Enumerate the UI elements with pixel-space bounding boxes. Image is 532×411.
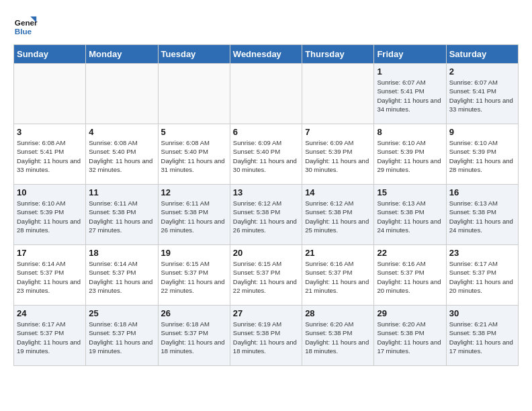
day-number: 28	[305, 308, 371, 318]
day-number: 6	[233, 127, 299, 137]
day-info: Sunrise: 6:17 AM Sunset: 5:37 PM Dayligh…	[17, 320, 83, 355]
calendar-cell: 6Sunrise: 6:09 AM Sunset: 5:40 PM Daylig…	[230, 124, 302, 185]
calendar-cell: 22Sunrise: 6:16 AM Sunset: 5:37 PM Dayli…	[374, 245, 446, 306]
calendar-cell	[158, 64, 230, 124]
day-info: Sunrise: 6:20 AM Sunset: 5:38 PM Dayligh…	[305, 320, 371, 355]
day-number: 20	[233, 248, 299, 258]
day-info: Sunrise: 6:14 AM Sunset: 5:37 PM Dayligh…	[89, 259, 154, 295]
day-number: 5	[161, 127, 227, 137]
calendar-cell: 9Sunrise: 6:10 AM Sunset: 5:39 PM Daylig…	[446, 124, 518, 185]
calendar-cell: 1Sunrise: 6:07 AM Sunset: 5:41 PM Daylig…	[374, 64, 446, 124]
day-number: 1	[377, 66, 443, 77]
day-number: 3	[17, 127, 83, 137]
day-info: Sunrise: 6:07 AM Sunset: 5:41 PM Dayligh…	[377, 78, 443, 113]
day-info: Sunrise: 6:14 AM Sunset: 5:37 PM Dayligh…	[17, 259, 83, 295]
day-number: 15	[377, 187, 443, 197]
day-number: 12	[161, 187, 227, 197]
day-info: Sunrise: 6:11 AM Sunset: 5:38 PM Dayligh…	[161, 199, 227, 234]
calendar-cell	[86, 64, 158, 124]
day-header-saturday: Saturday	[446, 45, 518, 64]
day-header-sunday: Sunday	[14, 45, 86, 64]
day-number: 2	[449, 66, 515, 77]
day-number: 8	[377, 127, 443, 137]
calendar-cell: 7Sunrise: 6:09 AM Sunset: 5:39 PM Daylig…	[302, 124, 374, 185]
calendar-cell: 5Sunrise: 6:08 AM Sunset: 5:40 PM Daylig…	[158, 124, 230, 185]
day-info: Sunrise: 6:16 AM Sunset: 5:37 PM Dayligh…	[305, 259, 371, 295]
calendar-cell: 13Sunrise: 6:12 AM Sunset: 5:38 PM Dayli…	[230, 185, 302, 245]
calendar-cell: 18Sunrise: 6:14 AM Sunset: 5:37 PM Dayli…	[86, 245, 158, 306]
day-info: Sunrise: 6:07 AM Sunset: 5:41 PM Dayligh…	[449, 78, 515, 113]
day-info: Sunrise: 6:10 AM Sunset: 5:39 PM Dayligh…	[377, 138, 443, 174]
day-info: Sunrise: 6:09 AM Sunset: 5:39 PM Dayligh…	[305, 138, 371, 174]
calendar-week-row: 1Sunrise: 6:07 AM Sunset: 5:41 PM Daylig…	[14, 64, 519, 124]
calendar-cell: 11Sunrise: 6:11 AM Sunset: 5:38 PM Dayli…	[86, 185, 158, 245]
day-number: 14	[305, 187, 371, 197]
calendar-cell: 29Sunrise: 6:20 AM Sunset: 5:38 PM Dayli…	[374, 306, 446, 366]
calendar-cell: 12Sunrise: 6:11 AM Sunset: 5:38 PM Dayli…	[158, 185, 230, 245]
day-info: Sunrise: 6:09 AM Sunset: 5:40 PM Dayligh…	[233, 138, 299, 174]
day-number: 13	[233, 187, 299, 197]
day-number: 29	[377, 308, 443, 318]
calendar: SundayMondayTuesdayWednesdayThursdayFrid…	[13, 44, 519, 366]
day-info: Sunrise: 6:18 AM Sunset: 5:37 PM Dayligh…	[161, 320, 227, 355]
day-info: Sunrise: 6:10 AM Sunset: 5:39 PM Dayligh…	[449, 138, 515, 174]
day-info: Sunrise: 6:15 AM Sunset: 5:37 PM Dayligh…	[233, 259, 299, 295]
calendar-cell: 20Sunrise: 6:15 AM Sunset: 5:37 PM Dayli…	[230, 245, 302, 306]
day-info: Sunrise: 6:08 AM Sunset: 5:40 PM Dayligh…	[161, 138, 227, 174]
day-number: 26	[161, 308, 227, 318]
calendar-cell: 25Sunrise: 6:18 AM Sunset: 5:37 PM Dayli…	[86, 306, 158, 366]
day-info: Sunrise: 6:08 AM Sunset: 5:40 PM Dayligh…	[89, 138, 154, 174]
calendar-week-row: 3Sunrise: 6:08 AM Sunset: 5:41 PM Daylig…	[14, 124, 519, 185]
calendar-cell	[14, 64, 86, 124]
day-number: 23	[449, 248, 515, 258]
day-info: Sunrise: 6:21 AM Sunset: 5:38 PM Dayligh…	[449, 320, 515, 355]
calendar-cell: 24Sunrise: 6:17 AM Sunset: 5:37 PM Dayli…	[14, 306, 86, 366]
day-number: 27	[233, 308, 299, 318]
calendar-week-row: 24Sunrise: 6:17 AM Sunset: 5:37 PM Dayli…	[14, 306, 519, 366]
day-number: 25	[89, 308, 154, 318]
day-number: 24	[17, 308, 83, 318]
calendar-cell	[302, 64, 374, 124]
day-number: 17	[17, 248, 83, 258]
calendar-cell: 23Sunrise: 6:17 AM Sunset: 5:37 PM Dayli…	[446, 245, 518, 306]
day-info: Sunrise: 6:15 AM Sunset: 5:37 PM Dayligh…	[161, 259, 227, 295]
day-info: Sunrise: 6:12 AM Sunset: 5:38 PM Dayligh…	[305, 199, 371, 234]
calendar-cell: 30Sunrise: 6:21 AM Sunset: 5:38 PM Dayli…	[446, 306, 518, 366]
calendar-cell: 3Sunrise: 6:08 AM Sunset: 5:41 PM Daylig…	[14, 124, 86, 185]
calendar-header-row: SundayMondayTuesdayWednesdayThursdayFrid…	[14, 45, 519, 64]
logo: General Blue	[13, 13, 38, 38]
day-number: 19	[161, 248, 227, 258]
svg-text:Blue: Blue	[15, 27, 32, 36]
day-info: Sunrise: 6:19 AM Sunset: 5:38 PM Dayligh…	[233, 320, 299, 355]
day-info: Sunrise: 6:10 AM Sunset: 5:39 PM Dayligh…	[17, 199, 83, 234]
day-number: 18	[89, 248, 154, 258]
calendar-cell: 21Sunrise: 6:16 AM Sunset: 5:37 PM Dayli…	[302, 245, 374, 306]
calendar-week-row: 10Sunrise: 6:10 AM Sunset: 5:39 PM Dayli…	[14, 185, 519, 245]
day-number: 7	[305, 127, 371, 137]
day-info: Sunrise: 6:08 AM Sunset: 5:41 PM Dayligh…	[17, 138, 83, 174]
day-number: 9	[449, 127, 515, 137]
calendar-cell: 27Sunrise: 6:19 AM Sunset: 5:38 PM Dayli…	[230, 306, 302, 366]
calendar-cell	[230, 64, 302, 124]
day-info: Sunrise: 6:18 AM Sunset: 5:37 PM Dayligh…	[89, 320, 154, 355]
day-number: 11	[89, 187, 154, 197]
day-info: Sunrise: 6:11 AM Sunset: 5:38 PM Dayligh…	[89, 199, 154, 234]
calendar-cell: 17Sunrise: 6:14 AM Sunset: 5:37 PM Dayli…	[14, 245, 86, 306]
calendar-cell: 19Sunrise: 6:15 AM Sunset: 5:37 PM Dayli…	[158, 245, 230, 306]
calendar-cell: 14Sunrise: 6:12 AM Sunset: 5:38 PM Dayli…	[302, 185, 374, 245]
calendar-cell: 4Sunrise: 6:08 AM Sunset: 5:40 PM Daylig…	[86, 124, 158, 185]
day-number: 4	[89, 127, 154, 137]
calendar-cell: 15Sunrise: 6:13 AM Sunset: 5:38 PM Dayli…	[374, 185, 446, 245]
day-info: Sunrise: 6:20 AM Sunset: 5:38 PM Dayligh…	[377, 320, 443, 355]
day-header-monday: Monday	[86, 45, 158, 64]
header: General Blue	[13, 13, 519, 38]
calendar-week-row: 17Sunrise: 6:14 AM Sunset: 5:37 PM Dayli…	[14, 245, 519, 306]
calendar-cell: 8Sunrise: 6:10 AM Sunset: 5:39 PM Daylig…	[374, 124, 446, 185]
day-number: 22	[377, 248, 443, 258]
day-info: Sunrise: 6:16 AM Sunset: 5:37 PM Dayligh…	[377, 259, 443, 295]
day-info: Sunrise: 6:13 AM Sunset: 5:38 PM Dayligh…	[377, 199, 443, 234]
day-header-thursday: Thursday	[302, 45, 374, 64]
logo-icon: General Blue	[13, 13, 38, 38]
calendar-cell: 28Sunrise: 6:20 AM Sunset: 5:38 PM Dayli…	[302, 306, 374, 366]
day-info: Sunrise: 6:17 AM Sunset: 5:37 PM Dayligh…	[449, 259, 515, 295]
